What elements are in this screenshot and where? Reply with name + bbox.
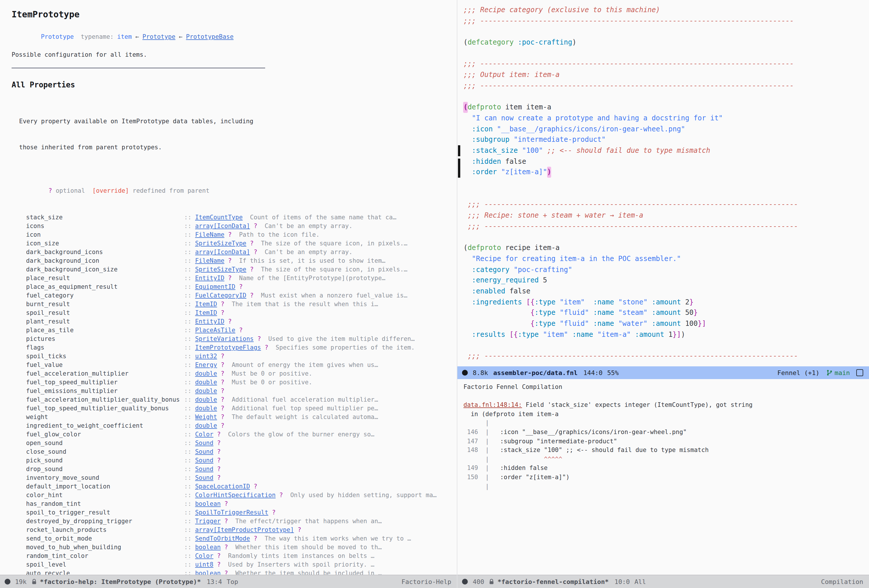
- code-line[interactable]: :order "z[item-a]"): [458, 167, 869, 178]
- code-line[interactable]: [458, 26, 869, 37]
- type-link[interactable]: Sound: [195, 465, 214, 473]
- type-link[interactable]: ItemCountType: [195, 213, 243, 222]
- type-link[interactable]: array[IconData]: [195, 248, 250, 256]
- type-link[interactable]: Color: [195, 551, 214, 560]
- type-link[interactable]: double: [195, 378, 217, 387]
- type-link[interactable]: FuelCategoryID: [195, 291, 246, 300]
- compilation-line[interactable]: |: [458, 482, 869, 491]
- type-link[interactable]: array[ItemProductPrototype]: [195, 526, 294, 534]
- type-link[interactable]: Sound: [195, 456, 214, 465]
- type-link[interactable]: double: [195, 395, 217, 404]
- type-link[interactable]: EntityID: [195, 274, 224, 283]
- type-link[interactable]: double: [195, 387, 217, 395]
- code-line[interactable]: :ingredients [{:type "item" :name "stone…: [458, 296, 869, 307]
- type-link[interactable]: uint8: [195, 560, 214, 569]
- fringe: [458, 318, 463, 329]
- type-link[interactable]: Sound: [195, 447, 214, 456]
- type-link[interactable]: boolean: [195, 569, 221, 575]
- type-link[interactable]: FileName: [195, 230, 224, 239]
- code-buffer[interactable]: ;;; Recipe category (exclusive to this m…: [458, 0, 869, 366]
- compilation-line[interactable]: 149 | :hidden false: [458, 464, 869, 473]
- type-link[interactable]: ColorHintSpecification: [195, 491, 276, 499]
- modeline-compilation-buffer[interactable]: 400 *factorio-fennel-compilation* 10:0 A…: [458, 575, 869, 588]
- compilation-buffer[interactable]: Factorio Fennel Compilation data.fnl:148…: [458, 379, 869, 575]
- type-link[interactable]: Trigger: [195, 517, 221, 526]
- code-line[interactable]: [458, 91, 869, 102]
- type-link[interactable]: Color: [195, 430, 214, 439]
- code-line[interactable]: ;;; ------------------------------------…: [458, 15, 869, 26]
- type-link[interactable]: SendToOrbitMode: [195, 534, 250, 543]
- code-line[interactable]: :energy_required 5: [458, 275, 869, 286]
- code-line[interactable]: :stack_size "100" ;; <-- should fail due…: [458, 145, 869, 156]
- code-line[interactable]: [458, 188, 869, 199]
- type-link[interactable]: ItemID: [195, 308, 217, 317]
- type-link[interactable]: EquipmentID: [195, 283, 235, 291]
- code-line[interactable]: :hidden false: [458, 156, 869, 167]
- code-segment: ): [572, 37, 576, 48]
- type-link[interactable]: ItemPrototypeFlags: [195, 343, 261, 352]
- parent-link-prototype[interactable]: Prototype: [142, 33, 175, 40]
- code-line[interactable]: (defproto item item-a: [458, 102, 869, 113]
- property-row: send_to_orbit_mode:: SendToOrbitMode ? T…: [26, 534, 457, 543]
- code-line[interactable]: ;;; ------------------------------------…: [458, 80, 869, 91]
- compilation-line[interactable]: [458, 391, 869, 400]
- compilation-line[interactable]: 148 | :stack_size "100" ;; <-- should fa…: [458, 446, 869, 455]
- type-link[interactable]: SpaceLocationID: [195, 482, 250, 491]
- code-line[interactable]: {:type "fluid" :name "water" :amount 100…: [458, 318, 869, 329]
- code-line[interactable]: ;;; ------------------------------------…: [458, 59, 869, 70]
- type-link[interactable]: FileName: [195, 256, 224, 265]
- type-link[interactable]: boolean: [195, 543, 221, 551]
- compilation-line[interactable]: in (defproto item item-a: [458, 410, 869, 419]
- code-line[interactable]: ;;; Output item: item-a: [458, 70, 869, 80]
- error-location-link[interactable]: data.fnl:148:14:: [463, 400, 522, 409]
- type-link[interactable]: SpriteSizeType: [195, 265, 246, 274]
- code-line[interactable]: :enabled false: [458, 286, 869, 296]
- code-line[interactable]: [458, 232, 869, 243]
- code-line[interactable]: :subgroup "intermediate-product": [458, 135, 869, 145]
- code-line[interactable]: (defproto recipe item-a: [458, 243, 869, 253]
- code-line[interactable]: ;;; ------------------------------------…: [458, 351, 869, 361]
- compilation-line[interactable]: Factorio Fennel Compilation: [458, 382, 869, 391]
- code-line[interactable]: "I can now create a prototype and having…: [458, 113, 869, 124]
- type-link[interactable]: array[IconData]: [195, 222, 250, 230]
- parent-link-prototypebase[interactable]: PrototypeBase: [186, 33, 234, 40]
- type-link[interactable]: SpoilToTriggerResult: [195, 508, 268, 517]
- code-line[interactable]: [458, 178, 869, 188]
- type-link[interactable]: double: [195, 421, 217, 430]
- compilation-line[interactable]: | ^^^^^: [458, 455, 869, 464]
- code-line[interactable]: ;;; Recipe: stone + steam + water → item…: [458, 210, 869, 221]
- type-link[interactable]: ItemID: [195, 300, 217, 308]
- code-line[interactable]: [458, 48, 869, 59]
- compilation-line[interactable]: |: [458, 419, 869, 428]
- type-link[interactable]: Sound: [195, 439, 214, 447]
- type-link[interactable]: SpriteVariations: [195, 335, 254, 343]
- code-line[interactable]: ;;; ------------------------------------…: [458, 221, 869, 232]
- type-link[interactable]: Sound: [195, 473, 214, 482]
- type-link[interactable]: PlaceAsTile: [195, 326, 235, 335]
- help-buffer[interactable]: ItemPrototype Prototypetypename:item←Pro…: [0, 0, 457, 575]
- code-line[interactable]: ;;; ------------------------------------…: [458, 199, 869, 210]
- code-line[interactable]: ;;; Recipe category (exclusive to this m…: [458, 4, 869, 15]
- code-line[interactable]: {:type "fluid" :name "steam" :amount 50}: [458, 308, 869, 318]
- compilation-line[interactable]: 150 | :order "z[item-a]"): [458, 473, 869, 482]
- code-line[interactable]: :icon "__base__/graphics/icons/iron-gear…: [458, 124, 869, 134]
- type-separator: ::: [184, 439, 195, 447]
- type-link[interactable]: EntityID: [195, 317, 224, 326]
- code-line[interactable]: (defcategory :poc-crafting): [458, 37, 869, 48]
- type-link[interactable]: double: [195, 404, 217, 413]
- type-link[interactable]: SpriteSizeType: [195, 239, 246, 248]
- code-line[interactable]: :results [{:type "item" :name "item-a" :…: [458, 329, 869, 340]
- modeline-help-buffer[interactable]: 19k *factorio-help: ItemPrototype (Proto…: [0, 575, 457, 588]
- modeline-code-buffer[interactable]: 8.8k assembler-poc/data.fnl 144:0 55% Fe…: [458, 366, 869, 379]
- type-link[interactable]: uint32: [195, 352, 217, 361]
- compilation-line[interactable]: 147 | :subgroup "intermediate-product": [458, 437, 869, 446]
- code-line[interactable]: :category "poc-crafting": [458, 264, 869, 275]
- compilation-line[interactable]: data.fnl:148:14: Field 'stack_size' expe…: [458, 400, 869, 409]
- code-line[interactable]: [458, 340, 869, 351]
- type-link[interactable]: Energy: [195, 361, 217, 369]
- type-link[interactable]: boolean: [195, 499, 221, 508]
- code-line[interactable]: "Recipe for creating item-a in the POC a…: [458, 253, 869, 264]
- type-link[interactable]: Weight: [195, 413, 217, 421]
- compilation-line[interactable]: 146 | :icon "__base__/graphics/icons/iro…: [458, 428, 869, 437]
- type-link[interactable]: double: [195, 369, 217, 378]
